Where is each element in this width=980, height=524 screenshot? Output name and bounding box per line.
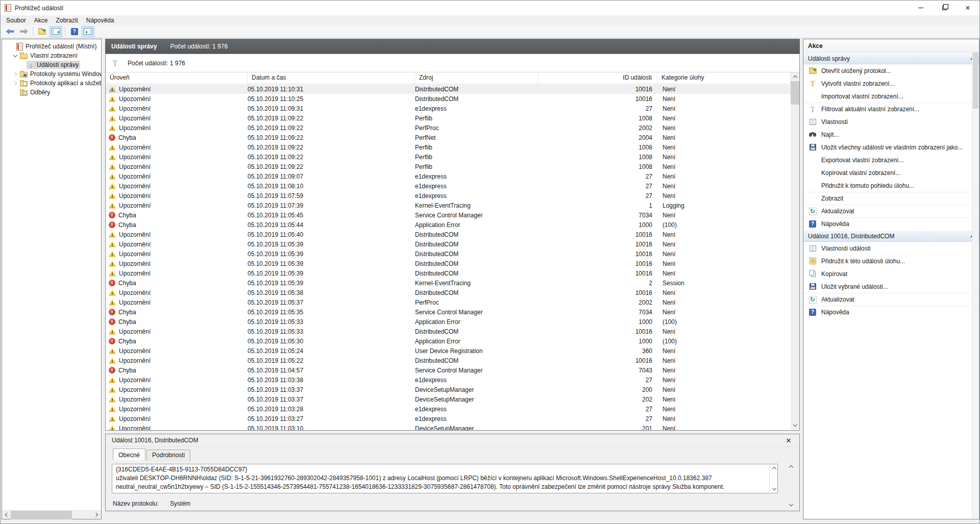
table-row[interactable]: !Upozornění05.10.2019 11:09:22PerfProc20… bbox=[106, 123, 791, 133]
details-pane-scrollbar[interactable] bbox=[787, 463, 795, 509]
table-row[interactable]: !Chyba05.10.2019 11:05:30Application Err… bbox=[106, 336, 791, 346]
table-row[interactable]: !Upozornění05.10.2019 11:03:37DeviceSetu… bbox=[106, 385, 791, 394]
back-button[interactable] bbox=[4, 26, 16, 37]
actions-section-header[interactable]: Události správy bbox=[803, 53, 979, 64]
help-button[interactable]: ? bbox=[68, 26, 81, 37]
table-row[interactable]: !Upozornění05.10.2019 11:03:38e1dexpress… bbox=[106, 375, 791, 385]
scroll-up-button[interactable] bbox=[787, 463, 795, 470]
scrollbar-thumb[interactable] bbox=[973, 53, 978, 109]
table-row[interactable]: !Chyba05.10.2019 11:05:39Kernel-EventTra… bbox=[106, 278, 791, 288]
scroll-left-button[interactable] bbox=[2, 511, 11, 519]
table-row[interactable]: !Upozornění05.10.2019 11:05:39Distribute… bbox=[106, 239, 791, 249]
column-header-3[interactable]: Zdroj bbox=[415, 72, 538, 84]
tree-expander[interactable] bbox=[12, 72, 19, 76]
details-close-button[interactable]: ✕ bbox=[784, 437, 793, 444]
table-row[interactable]: !Chyba05.10.2019 11:09:22PerfNet2004Není bbox=[106, 133, 791, 142]
column-header-5[interactable]: Kategorie úlohy bbox=[657, 72, 791, 84]
table-row[interactable]: !Upozornění05.10.2019 11:05:40Distribute… bbox=[106, 230, 791, 239]
table-row[interactable]: !Upozornění05.10.2019 11:08:10e1dexpress… bbox=[106, 181, 791, 191]
table-row[interactable]: !Upozornění05.10.2019 11:03:28e1dexpress… bbox=[106, 404, 791, 414]
scroll-down-button[interactable] bbox=[787, 501, 795, 509]
table-row[interactable]: !Upozornění05.10.2019 11:10:25Distribute… bbox=[106, 94, 791, 104]
actions-pane-scrollbar[interactable] bbox=[972, 53, 978, 518]
menu-soubor[interactable]: Soubor bbox=[2, 16, 30, 25]
column-header-4[interactable]: ID události bbox=[538, 72, 657, 84]
tab-obecné[interactable]: Obecné bbox=[113, 448, 145, 460]
event-table-scrollbar[interactable] bbox=[791, 72, 799, 430]
table-row[interactable]: !Upozornění05.10.2019 11:07:59e1dexpress… bbox=[106, 191, 791, 201]
event-description-text[interactable]: {316CDED5-E4AE-4B15-9113-7055D84DCC97}už… bbox=[112, 464, 778, 493]
table-row[interactable]: !Upozornění05.10.2019 11:05:22Distribute… bbox=[106, 356, 791, 365]
table-row[interactable]: !Upozornění05.10.2019 11:09:22Perflib100… bbox=[106, 113, 791, 123]
tab-podrobnosti[interactable]: Podrobnosti bbox=[146, 450, 190, 461]
table-row[interactable]: !Chyba05.10.2019 11:04:57Service Control… bbox=[106, 365, 791, 375]
table-row[interactable]: !Upozornění05.10.2019 11:05:39Distribute… bbox=[106, 249, 791, 259]
minimize-button[interactable] bbox=[909, 1, 933, 15]
action-aktualizovat[interactable]: ↻Aktualizovat bbox=[803, 293, 979, 306]
menu-nápověda[interactable]: Nápověda bbox=[82, 16, 118, 25]
scrollbar-thumb[interactable] bbox=[791, 81, 799, 105]
open-saved-log-button[interactable] bbox=[36, 26, 48, 37]
table-row[interactable]: !Upozornění05.10.2019 11:05:39Distribute… bbox=[106, 268, 791, 278]
tree-item-protokoly-syst-mu-windows[interactable]: Protokoly systému Windows bbox=[2, 69, 101, 79]
menu-akce[interactable]: Akce bbox=[30, 16, 52, 25]
table-row[interactable]: !Upozornění05.10.2019 11:09:07e1dexpress… bbox=[106, 171, 791, 181]
action-otev-t-ulo-en-protokol[interactable]: Otevřít uložený protokol... bbox=[803, 64, 979, 77]
tree-item-prohl-e-ud-lost-m-stn-[interactable]: Prohlížeč událostí (Místní) bbox=[2, 42, 101, 51]
action-n-pov-da[interactable]: ?Nápověda bbox=[803, 306, 979, 318]
table-row[interactable]: !Upozornění05.10.2019 11:05:24User Devic… bbox=[106, 346, 791, 356]
restore-button[interactable] bbox=[933, 1, 956, 15]
show-hide-console-tree-button[interactable] bbox=[50, 26, 62, 37]
table-row[interactable]: !Upozornění05.10.2019 11:05:38Distribute… bbox=[106, 288, 791, 297]
action-p-idru-it-k-tomuto-pohledu-lohu[interactable]: Přidružit k tomuto pohledu úlohu... bbox=[803, 179, 979, 192]
action-naj-t[interactable]: Najít... bbox=[803, 128, 979, 141]
table-row[interactable]: !Upozornění05.10.2019 11:09:22Perflib100… bbox=[106, 162, 791, 171]
table-row[interactable]: !Chyba05.10.2019 11:05:44Application Err… bbox=[106, 220, 791, 230]
show-hide-action-pane-button[interactable] bbox=[82, 26, 94, 37]
tree-expander[interactable] bbox=[12, 82, 19, 85]
description-scrollbar[interactable] bbox=[769, 464, 778, 493]
table-row[interactable]: !Upozornění05.10.2019 11:05:37PerfProc20… bbox=[106, 297, 791, 307]
action-aktualizovat[interactable]: ↻Aktualizovat bbox=[803, 205, 979, 217]
tree-item-vlastn-zobrazen-[interactable]: Vlastní zobrazení bbox=[2, 51, 101, 60]
table-row[interactable]: !Upozornění05.10.2019 11:03:10DeviceSetu… bbox=[106, 423, 791, 430]
tree-horizontal-scrollbar[interactable] bbox=[2, 510, 101, 519]
action-p-idru-it-k-t-to-ud-losti-lohu[interactable]: Přidružit k této události úlohu... bbox=[803, 255, 979, 267]
table-row[interactable]: !Chyba05.10.2019 11:05:35Service Control… bbox=[106, 307, 791, 317]
scroll-up-button[interactable] bbox=[770, 464, 778, 472]
table-row[interactable]: !Chyba05.10.2019 11:05:45Service Control… bbox=[106, 210, 791, 220]
tree-item-odb-ry[interactable]: Odběry bbox=[2, 88, 101, 97]
table-row[interactable]: !Upozornění05.10.2019 11:05:39Distribute… bbox=[106, 259, 791, 268]
action-n-pov-da[interactable]: ?Nápověda bbox=[803, 217, 979, 230]
table-row[interactable]: !Upozornění05.10.2019 11:05:33Distribute… bbox=[106, 327, 791, 336]
menu-zobrazit[interactable]: Zobrazit bbox=[52, 16, 82, 25]
actions-section-header[interactable]: Událost 10016, DistributedCOM bbox=[803, 230, 979, 242]
action-vlastnosti-ud-losti[interactable]: Vlastnosti události bbox=[803, 242, 979, 255]
table-row[interactable]: !Upozornění05.10.2019 11:03:37DeviceSetu… bbox=[106, 394, 791, 404]
action-filtrovat-aktu-ln-vlastn-zobrazen[interactable]: Filtrovat aktuální vlastní zobrazení... bbox=[803, 103, 979, 115]
action-ulo-it-v-echny-ud-losti-ve-vlastn-m-zobrazen-jako[interactable]: Uložit všechny události ve vlastním zobr… bbox=[803, 141, 979, 154]
tree-item-ud-losti-spr-vy[interactable]: Události správy bbox=[2, 60, 101, 69]
scroll-down-button[interactable] bbox=[791, 421, 799, 430]
scroll-right-button[interactable] bbox=[92, 511, 101, 519]
table-row[interactable]: !Chyba05.10.2019 11:05:33Application Err… bbox=[106, 317, 791, 327]
column-header-1[interactable]: Úroveň bbox=[106, 72, 248, 84]
table-row[interactable]: !Upozornění05.10.2019 11:10:31Distribute… bbox=[106, 84, 791, 94]
action-kop-rovat[interactable]: Kopírovat bbox=[803, 267, 979, 280]
table-row[interactable]: !Upozornění05.10.2019 11:09:22Perflib100… bbox=[106, 142, 791, 152]
action-kop-rovat-vlastn-zobrazen[interactable]: Kopírovat vlastní zobrazení... bbox=[803, 166, 979, 179]
table-row[interactable]: !Upozornění05.10.2019 11:09:31e1dexpress… bbox=[106, 104, 791, 113]
column-header-2[interactable]: Datum a čas bbox=[248, 72, 415, 84]
action-exportovat-vlastn-zobrazen[interactable]: Exportovat vlastní zobrazení... bbox=[803, 154, 979, 166]
table-row[interactable]: !Upozornění05.10.2019 11:09:22Perflib100… bbox=[106, 152, 791, 162]
action-zobrazit[interactable]: Zobrazit bbox=[803, 192, 979, 205]
scroll-up-button[interactable] bbox=[791, 72, 799, 81]
action-importovat-vlastn-zobrazen[interactable]: Importovat vlastní zobrazení... bbox=[803, 90, 979, 103]
action-ulo-it-vybran-ud-losti[interactable]: Uložit vybrané události... bbox=[803, 280, 979, 293]
action-vytvo-it-vlastn-zobrazen[interactable]: Vytvořit vlastní zobrazení... bbox=[803, 77, 979, 90]
action-vlastnosti[interactable]: Vlastnosti bbox=[803, 115, 979, 128]
table-row[interactable]: !Upozornění05.10.2019 11:07:39Kernel-Eve… bbox=[106, 201, 791, 210]
close-button[interactable]: × bbox=[956, 1, 979, 15]
forward-button[interactable] bbox=[17, 26, 30, 37]
scrollbar-thumb[interactable] bbox=[11, 511, 72, 519]
